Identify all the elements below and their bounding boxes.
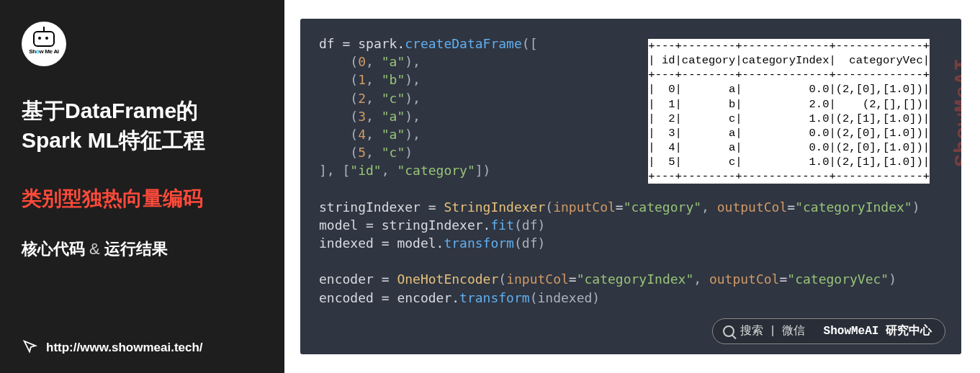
caption-run: 运行结果	[104, 240, 168, 258]
title-line-2: Spark ML特征工程	[22, 126, 263, 156]
caption: 核心代码 & 运行结果	[22, 238, 263, 260]
table-row: | 4| a| 0.0|(2,[0],[1.0])|	[648, 141, 930, 154]
table-row: | 1| b| 2.0| (2,[],[])|	[648, 98, 930, 111]
main: df = spark.createDataFrame([ (0, "a"), (…	[284, 0, 980, 373]
table-head: | id|category|categoryIndex| categoryVec…	[648, 54, 930, 67]
footer-url[interactable]: http://www.showmeai.tech/	[46, 341, 203, 355]
search-sep: |	[769, 323, 776, 339]
logo: Show Me AI	[22, 22, 66, 66]
table-row: | 0| a| 0.0|(2,[0],[1.0])|	[648, 83, 930, 96]
caption-amp: &	[85, 240, 104, 258]
search-icon	[723, 325, 734, 337]
search-text-2: 微信	[782, 323, 805, 339]
search-pill[interactable]: 搜索 | 微信 ShowMeAI 研究中心	[712, 318, 945, 344]
sidebar: Show Me AI 基于DataFrame的 Spark ML特征工程 类别型…	[0, 0, 284, 373]
table-sep: +---+--------+-------------+------------…	[648, 170, 930, 183]
footer: http://www.showmeai.tech/	[22, 338, 203, 357]
table-row: | 2| c| 1.0|(2,[1],[1.0])|	[648, 112, 930, 125]
robot-icon	[33, 31, 55, 47]
table-sep: +---+--------+-------------+------------…	[648, 40, 930, 53]
watermark: ShowMeAI	[948, 58, 961, 167]
title-block: 基于DataFrame的 Spark ML特征工程	[22, 96, 263, 155]
output-table: +---+--------+-------------+------------…	[648, 39, 930, 184]
table-sep: +---+--------+-------------+------------…	[648, 68, 930, 81]
search-text-1: 搜索	[740, 323, 763, 339]
code-panel: df = spark.createDataFrame([ (0, "a"), (…	[300, 19, 961, 354]
caption-core: 核心代码	[22, 240, 85, 258]
subtitle: 类别型独热向量编码	[22, 185, 263, 212]
cursor-icon	[22, 338, 37, 357]
logo-text: Show Me AI	[29, 48, 59, 55]
table-row: | 3| a| 0.0|(2,[0],[1.0])|	[648, 127, 930, 140]
search-brand: ShowMeAI 研究中心	[824, 323, 932, 339]
title-line-1: 基于DataFrame的	[22, 96, 263, 126]
table-row: | 5| c| 1.0|(2,[1],[1.0])|	[648, 156, 930, 168]
